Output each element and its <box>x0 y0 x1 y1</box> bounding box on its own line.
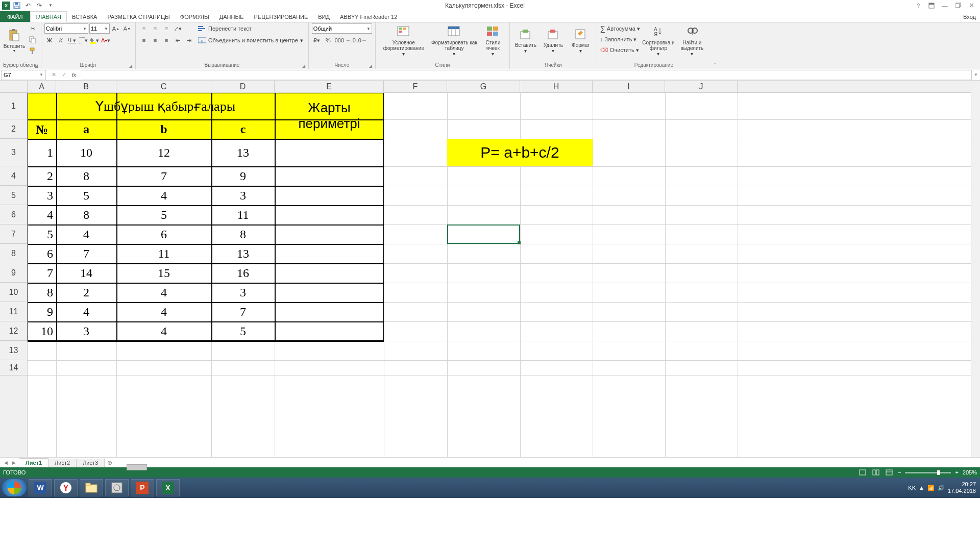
cell[interactable]: a <box>56 119 116 139</box>
taskbar-yandex-icon[interactable]: Y <box>54 479 78 496</box>
cells-area[interactable]: №Үшбұрыш қабырғаларыЖартыпериметріabc110… <box>28 93 971 457</box>
taskbar-excel-icon[interactable]: X <box>156 479 180 496</box>
row-header[interactable]: 2 <box>0 119 27 139</box>
cell[interactable]: Үшбұрыш қабырғалары <box>56 93 275 119</box>
find-select-button[interactable]: Найти и выделить▾ <box>677 23 707 57</box>
clear-button[interactable]: ⌫Очистить ▾ <box>600 45 640 55</box>
row-header[interactable]: 7 <box>0 224 27 244</box>
sort-filter-button[interactable]: AЯСортировка и фильтр▾ <box>642 23 675 57</box>
row-header[interactable]: 12 <box>0 321 27 341</box>
currency-icon[interactable]: ₽▾ <box>312 35 322 45</box>
format-painter-icon[interactable] <box>28 46 38 56</box>
column-header[interactable]: A <box>28 81 56 92</box>
launcher-icon[interactable]: ◢ <box>35 64 38 68</box>
increase-decimal-icon[interactable]: ←.0 <box>346 35 356 45</box>
bold-button[interactable]: Ж <box>44 35 55 45</box>
cell[interactable]: 14 <box>56 263 116 283</box>
underline-button[interactable]: Ч ▾ <box>67 35 77 45</box>
column-header[interactable]: G <box>447 81 520 92</box>
tray-network-icon[interactable]: 📶 <box>927 485 935 491</box>
tab-file[interactable]: ФАЙЛ <box>0 11 30 22</box>
align-center-icon[interactable]: ≡ <box>150 35 160 45</box>
zoom-level[interactable]: 205% <box>963 469 977 475</box>
cell[interactable]: 3 <box>56 321 116 341</box>
qat-customize-icon[interactable]: ▼ <box>46 1 55 10</box>
column-header[interactable]: F <box>384 81 447 92</box>
start-button[interactable] <box>2 479 27 496</box>
cell-styles-button[interactable]: Стили ячеек▾ <box>480 23 506 57</box>
taskbar-app1-icon[interactable] <box>105 479 129 496</box>
launcher-icon[interactable]: ◢ <box>302 64 305 68</box>
cell[interactable]: 9 <box>211 166 275 186</box>
cell[interactable]: № <box>28 93 56 139</box>
cell[interactable]: 12 <box>116 139 211 166</box>
tab-formulas[interactable]: ФОРМУЛЫ <box>175 11 214 22</box>
cell[interactable]: 7 <box>116 166 211 186</box>
tray-clock[interactable]: 20:27 17.04.2018 <box>948 481 978 494</box>
percent-icon[interactable]: % <box>323 35 333 45</box>
select-all-corner[interactable] <box>0 81 28 93</box>
cancel-icon[interactable]: ✕ <box>49 70 58 80</box>
wrap-text-button[interactable]: Перенести текст <box>196 23 305 34</box>
cell[interactable]: 3 <box>211 186 275 205</box>
launcher-icon[interactable]: ◢ <box>369 64 372 68</box>
decrease-indent-icon[interactable]: ⇤ <box>173 35 183 45</box>
zoom-slider[interactable] <box>905 472 951 473</box>
tab-abbyy[interactable]: ABBYY FineReader 12 <box>335 11 402 22</box>
orientation-icon[interactable]: ⤢▾ <box>173 23 183 34</box>
italic-button[interactable]: К <box>56 35 66 45</box>
zoom-in-icon[interactable]: + <box>955 469 958 475</box>
column-header[interactable]: J <box>665 81 738 92</box>
cell[interactable]: 13 <box>211 244 275 263</box>
format-cells-button[interactable]: Формат▾ <box>568 23 594 57</box>
sign-in-link[interactable]: Вход <box>959 11 980 22</box>
view-page-break-icon[interactable] <box>885 469 894 476</box>
tab-home[interactable]: ГЛАВНАЯ <box>30 11 67 22</box>
merge-center-button[interactable]: aОбъединить и поместить в центре ▾ <box>196 35 305 45</box>
decrease-font-icon[interactable]: A▼ <box>122 23 132 34</box>
row-header[interactable]: 11 <box>0 302 27 321</box>
row-header[interactable]: 14 <box>0 360 27 375</box>
sheet-nav-prev-icon[interactable]: ◀ <box>2 459 9 466</box>
cell[interactable]: 4 <box>116 186 211 205</box>
cell[interactable]: 3 <box>211 283 275 302</box>
align-bottom-icon[interactable]: ≡ <box>161 23 172 34</box>
cell[interactable]: 8 <box>56 166 116 186</box>
tab-insert[interactable]: ВСТАВКА <box>67 11 102 22</box>
row-header[interactable]: 1 <box>0 93 27 119</box>
cell[interactable]: 4 <box>116 321 211 341</box>
help-icon[interactable]: ? <box>913 1 924 10</box>
row-header[interactable]: 4 <box>0 166 27 186</box>
cell[interactable]: 7 <box>211 302 275 321</box>
redo-icon[interactable]: ↷ <box>35 1 44 10</box>
tray-flag-icon[interactable]: ▲ <box>919 485 924 491</box>
tab-review[interactable]: РЕЦЕНЗИРОВАНИЕ <box>249 11 313 22</box>
cell[interactable]: 8 <box>211 224 275 244</box>
font-color-icon[interactable]: A▾ <box>101 35 111 45</box>
fx-icon[interactable]: fx <box>69 70 79 80</box>
zoom-out-icon[interactable]: − <box>898 469 901 475</box>
cell[interactable]: P= a+b+c/2 <box>447 139 593 166</box>
cell[interactable]: 7 <box>56 244 116 263</box>
formula-input[interactable] <box>81 70 972 80</box>
column-header[interactable]: B <box>56 81 116 92</box>
cell[interactable]: 8 <box>56 205 116 224</box>
cell[interactable]: 5 <box>28 224 56 244</box>
tray-lang[interactable]: KK <box>908 485 916 491</box>
taskbar-word-icon[interactable]: W <box>29 479 52 496</box>
comma-icon[interactable]: 000 <box>334 35 345 45</box>
cell[interactable]: 4 <box>56 302 116 321</box>
add-sheet-icon[interactable]: ⊕ <box>105 459 115 466</box>
cell[interactable]: 8 <box>28 283 56 302</box>
tab-view[interactable]: ВИД <box>313 11 335 22</box>
paste-button[interactable]: Вставить ▼ <box>3 23 26 57</box>
row-header[interactable]: 10 <box>0 283 27 302</box>
delete-cells-button[interactable]: Удалить▾ <box>541 23 566 57</box>
view-normal-icon[interactable] <box>858 469 867 476</box>
increase-indent-icon[interactable]: ⇥ <box>184 35 194 45</box>
copy-icon[interactable] <box>28 35 38 45</box>
cell[interactable]: c <box>211 119 275 139</box>
cell[interactable]: 6 <box>116 224 211 244</box>
row-header[interactable]: 5 <box>0 186 27 205</box>
cell[interactable]: 11 <box>211 205 275 224</box>
